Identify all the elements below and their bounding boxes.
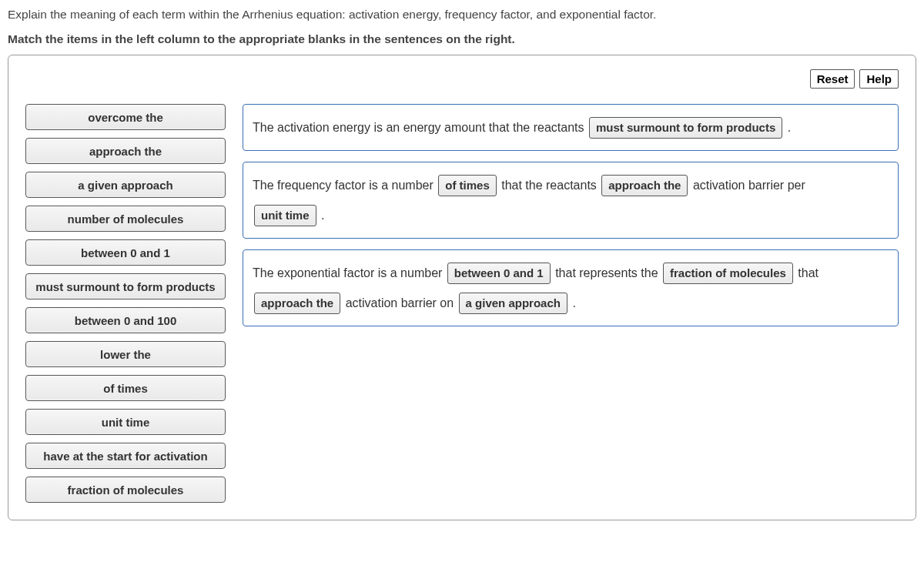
sentence-text: . (784, 121, 791, 134)
drop-target-filled[interactable]: unit time (254, 205, 316, 226)
question-prompt-line1: Explain the meaning of each term within … (8, 6, 916, 23)
sentence-frequency-factor: The frequency factor is a number of time… (243, 162, 899, 239)
drop-target-filled[interactable]: approach the (601, 175, 688, 196)
sentence-text: that the reactants (498, 179, 601, 192)
drag-item[interactable]: lower the (25, 341, 226, 367)
drag-item[interactable]: overcome the (25, 104, 226, 130)
drop-target-filled[interactable]: approach the (254, 293, 340, 314)
drag-item[interactable]: of times (25, 375, 226, 401)
drag-item[interactable]: approach the (25, 138, 226, 164)
drop-target-filled[interactable]: must surmount to form products (589, 117, 782, 139)
matching-exercise-box: Reset Help overcome the approach the a g… (8, 55, 916, 520)
drop-target-filled[interactable]: fraction of molecules (663, 263, 793, 284)
sentence-text: The frequency factor is a number (253, 179, 437, 192)
sentence-text: The activation energy is an energy amoun… (253, 121, 588, 134)
control-buttons-row: Reset Help (25, 69, 899, 89)
columns-container: overcome the approach the a given approa… (25, 104, 899, 503)
sentence-text: activation barrier per (689, 179, 805, 192)
help-button[interactable]: Help (859, 69, 899, 89)
drag-item[interactable]: unit time (25, 409, 226, 435)
drag-item[interactable]: between 0 and 1 (25, 239, 226, 266)
drop-target-filled[interactable]: of times (438, 175, 497, 196)
sentence-text: The exponential factor is a number (253, 266, 446, 279)
drag-item[interactable]: have at the start for activation (25, 443, 226, 469)
drag-item[interactable]: between 0 and 100 (25, 307, 226, 333)
drop-target-filled[interactable]: between 0 and 1 (447, 263, 551, 284)
sentence-text: that (795, 266, 819, 279)
question-prompt-line2: Match the items in the left column to th… (8, 31, 916, 48)
drop-target-filled[interactable]: a given approach (459, 293, 567, 314)
sentence-exponential-factor: The exponential factor is a number betwe… (243, 249, 899, 326)
reset-button[interactable]: Reset (810, 69, 855, 89)
sentence-text: . (318, 209, 325, 222)
sentence-text: . (569, 296, 576, 309)
sentence-text: activation barrier on (342, 296, 457, 309)
drag-source-column: overcome the approach the a given approa… (25, 104, 226, 503)
drag-item[interactable]: fraction of molecules (25, 477, 226, 503)
sentence-targets-column: The activation energy is an energy amoun… (243, 104, 899, 326)
drag-item[interactable]: must surmount to form products (25, 273, 226, 299)
drag-item[interactable]: number of molecules (25, 206, 226, 232)
sentence-activation-energy: The activation energy is an energy amoun… (243, 104, 899, 151)
drag-item[interactable]: a given approach (25, 172, 226, 198)
sentence-text: that represents the (552, 266, 661, 279)
